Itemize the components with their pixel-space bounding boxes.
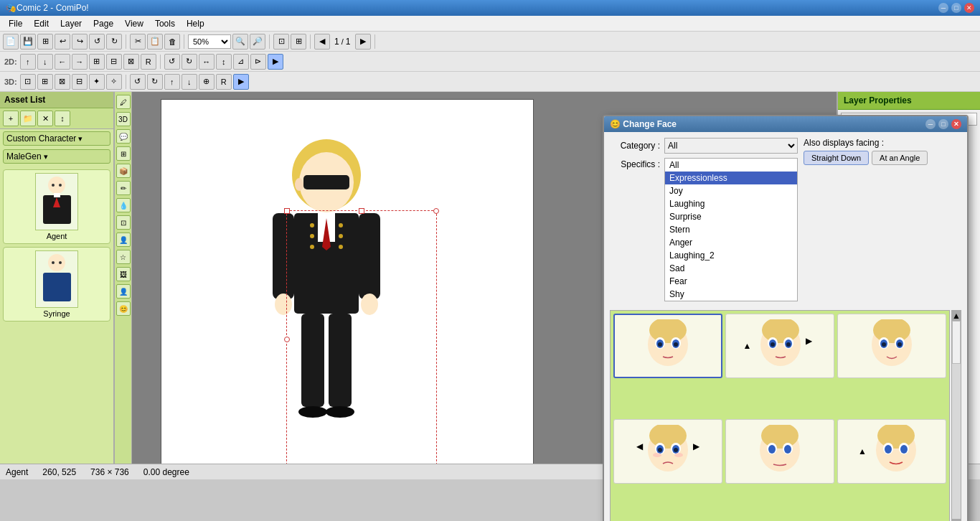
tb3-4[interactable]: ⊟ bbox=[72, 74, 88, 90]
tb2-flip-v[interactable]: ↕ bbox=[216, 54, 232, 70]
face-item-pain[interactable]: Pain bbox=[665, 301, 797, 301]
tb-zoom-in[interactable]: 🔍 bbox=[232, 34, 248, 50]
tb-paste[interactable]: 📋 bbox=[147, 34, 163, 50]
side-icon-13[interactable]: 😊 bbox=[116, 301, 131, 316]
tb3-R[interactable]: R bbox=[216, 74, 232, 90]
side-icon-1[interactable]: 🖊 bbox=[116, 95, 131, 109]
face-item-anger[interactable]: Anger bbox=[665, 236, 797, 249]
face-scrollbar[interactable]: ▲ ▼ bbox=[951, 310, 961, 521]
tb2-rotate-l[interactable]: ↺ bbox=[164, 54, 180, 70]
face-cell-2[interactable]: ▲ ▶ bbox=[725, 314, 834, 378]
asset-add-btn[interactable]: + bbox=[3, 111, 19, 126]
tb-copy[interactable]: ⊞ bbox=[37, 34, 53, 50]
asset-move-btn[interactable]: ↕ bbox=[55, 111, 70, 126]
menu-view[interactable]: View bbox=[119, 17, 149, 30]
face-item-surprise[interactable]: Surprise bbox=[665, 210, 797, 223]
scroll-thumb[interactable] bbox=[952, 321, 961, 364]
side-icon-7[interactable]: 💧 bbox=[116, 198, 131, 212]
face-dropdown-list[interactable]: All Expressionless Joy Laughing Surprise… bbox=[664, 158, 798, 301]
face-cell-6[interactable]: ▲ bbox=[837, 419, 946, 484]
menu-layer[interactable]: Layer bbox=[55, 17, 88, 30]
tb2-active[interactable]: ▶ bbox=[268, 54, 283, 70]
face-item-joy[interactable]: Joy bbox=[665, 184, 797, 197]
tb-new[interactable]: 📄 bbox=[3, 34, 19, 50]
tb-cut[interactable]: ✂ bbox=[130, 34, 146, 50]
category-select[interactable]: All bbox=[664, 138, 798, 154]
dialog-close[interactable]: ✕ bbox=[951, 119, 961, 129]
tb3-1[interactable]: ⊡ bbox=[20, 74, 36, 90]
facing-straight-down[interactable]: Straight Down bbox=[804, 151, 869, 165]
asset-del-btn[interactable]: ✕ bbox=[37, 111, 53, 126]
tb3-active[interactable]: ▶ bbox=[233, 74, 249, 90]
side-icon-12[interactable]: 👤 bbox=[116, 284, 131, 299]
tb-prev-page[interactable]: ◀ bbox=[314, 34, 330, 50]
face-cell-3[interactable] bbox=[837, 314, 946, 378]
tb2-rotate-r[interactable]: ↻ bbox=[182, 54, 197, 70]
asset-item-syringe[interactable]: Syringe bbox=[3, 247, 110, 321]
face-item-expressionless[interactable]: Expressionless bbox=[665, 172, 797, 184]
side-icon-4[interactable]: ⊞ bbox=[116, 146, 131, 161]
tb2-right[interactable]: → bbox=[72, 54, 88, 70]
asset-folder-btn[interactable]: 📁 bbox=[20, 111, 36, 126]
dialog-restore[interactable]: □ bbox=[938, 119, 948, 129]
facing-at-angle[interactable]: At an Angle bbox=[872, 151, 928, 165]
close-btn[interactable]: ✕ bbox=[964, 3, 974, 13]
tb-back[interactable]: ↩ bbox=[55, 34, 70, 50]
tb-undo[interactable]: ↺ bbox=[89, 34, 105, 50]
side-icon-10[interactable]: ☆ bbox=[116, 250, 131, 264]
tb3-6[interactable]: ✧ bbox=[106, 74, 122, 90]
menu-edit[interactable]: Edit bbox=[28, 17, 55, 30]
malagen-dropdown[interactable]: MaleGen ▾ bbox=[3, 149, 110, 164]
tb-fit-page[interactable]: ⊞ bbox=[291, 34, 306, 50]
side-icon-11[interactable]: 🖼 bbox=[116, 267, 131, 281]
tb3-10[interactable]: ↓ bbox=[182, 74, 197, 90]
face-nav-right-2[interactable]: ▶ bbox=[806, 336, 812, 346]
tb-forward[interactable]: ↪ bbox=[72, 34, 88, 50]
face-item-sad[interactable]: Sad bbox=[665, 262, 797, 275]
face-item-laughing2[interactable]: Laughing_2 bbox=[665, 249, 797, 262]
menu-file[interactable]: File bbox=[3, 17, 28, 30]
face-cell-1[interactable] bbox=[613, 314, 722, 378]
tb3-11[interactable]: ⊕ bbox=[199, 74, 215, 90]
tb3-7[interactable]: ↺ bbox=[130, 74, 146, 90]
minimize-btn[interactable]: ─ bbox=[938, 3, 948, 13]
face-cell-4[interactable]: ◀ ▶ bbox=[613, 419, 722, 484]
menu-help[interactable]: Help bbox=[181, 17, 210, 30]
tb3-9[interactable]: ↑ bbox=[164, 74, 180, 90]
tb3-2[interactable]: ⊞ bbox=[37, 74, 53, 90]
tb3-3[interactable]: ⊠ bbox=[55, 74, 70, 90]
side-icon-2[interactable]: 3D bbox=[116, 112, 131, 126]
restore-btn[interactable]: □ bbox=[951, 3, 961, 13]
face-item-all[interactable]: All bbox=[665, 159, 797, 172]
face-item-laughing[interactable]: Laughing bbox=[665, 197, 797, 210]
tb2-flip-h[interactable]: ↔ bbox=[199, 54, 215, 70]
side-icon-5[interactable]: 📦 bbox=[116, 164, 131, 178]
tb-save[interactable]: 💾 bbox=[20, 34, 36, 50]
tb2-grid[interactable]: ⊞ bbox=[89, 54, 105, 70]
zoom-select[interactable]: 50%75%100% bbox=[188, 34, 231, 49]
tb2-size[interactable]: ⊠ bbox=[123, 54, 139, 70]
custom-character-dropdown[interactable]: Custom Character ▾ bbox=[3, 131, 110, 146]
scroll-up-btn[interactable]: ▲ bbox=[952, 311, 961, 321]
tb3-8[interactable]: ↻ bbox=[147, 74, 163, 90]
tb2-mirror[interactable]: ⊿ bbox=[233, 54, 249, 70]
tb2-left[interactable]: ← bbox=[55, 54, 70, 70]
side-icon-9[interactable]: 👤 bbox=[116, 233, 131, 247]
face-nav-left-4[interactable]: ◀ bbox=[636, 441, 643, 451]
tb-zoom-out[interactable]: 🔎 bbox=[250, 34, 265, 50]
menu-tools[interactable]: Tools bbox=[149, 17, 181, 30]
tb-fit[interactable]: ⊡ bbox=[273, 34, 289, 50]
tb2-expand[interactable]: ⊟ bbox=[106, 54, 122, 70]
face-nav-up-2[interactable]: ▲ bbox=[743, 341, 752, 351]
dialog-minimize[interactable]: ─ bbox=[925, 119, 936, 129]
tb2-R[interactable]: R bbox=[141, 54, 156, 70]
side-icon-6[interactable]: ✏ bbox=[116, 181, 131, 195]
tb2-up[interactable]: ↑ bbox=[20, 54, 36, 70]
face-nav-right-4[interactable]: ▶ bbox=[693, 441, 699, 451]
side-icon-8[interactable]: ⊡ bbox=[116, 215, 131, 230]
tb2-layer-up[interactable]: ⊳ bbox=[250, 54, 266, 70]
menu-page[interactable]: Page bbox=[88, 17, 119, 30]
tb3-5[interactable]: ✦ bbox=[89, 74, 105, 90]
tb-redo[interactable]: ↻ bbox=[106, 34, 122, 50]
face-item-shy[interactable]: Shy bbox=[665, 288, 797, 301]
